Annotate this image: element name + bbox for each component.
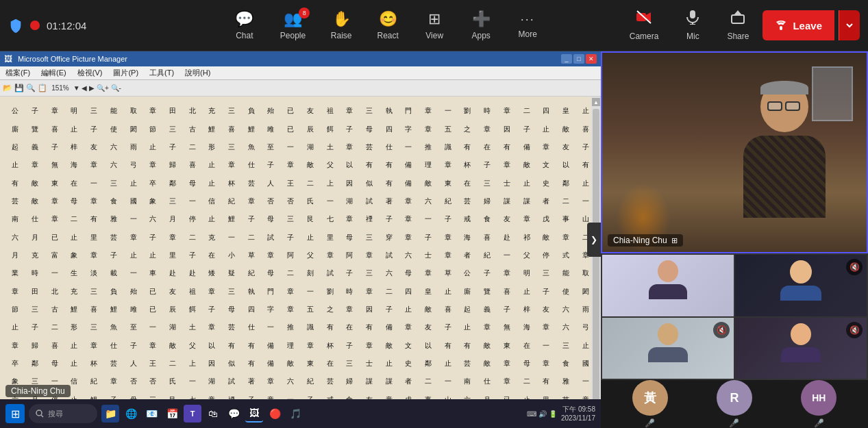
camera-button[interactable]: Camera xyxy=(620,5,669,45)
more-button[interactable]: ··· More xyxy=(507,8,548,43)
leave-button[interactable]: Leave xyxy=(762,10,834,40)
scroll-up[interactable]: ▲ xyxy=(592,98,600,106)
head-1 xyxy=(658,260,678,282)
avatar-circle-hh: HH xyxy=(801,380,836,416)
menu-tools[interactable]: 工具(T) xyxy=(147,68,177,78)
taskbar-app-explorer[interactable]: 📁 xyxy=(101,405,119,423)
thumbnail-grid: 🔇 🔇 xyxy=(601,253,868,380)
taskbar-app-media[interactable]: 🔴 xyxy=(266,405,284,423)
view-button[interactable]: ⊞ View xyxy=(414,6,455,45)
zoom-level: 151% xyxy=(51,84,69,92)
body-1 xyxy=(649,284,687,299)
menu-view[interactable]: 檢視(V) xyxy=(75,68,106,78)
person-4 xyxy=(781,323,821,362)
minimize-button[interactable]: _ xyxy=(561,54,572,64)
taskbar-app-store[interactable]: 🛍 xyxy=(204,405,222,423)
apps-label: Apps xyxy=(472,31,491,40)
window-title: Microsoft Office Picture Manager xyxy=(18,55,558,63)
topbar-right: Camera Mic Share xyxy=(613,5,860,45)
avatar-circle-huang: 黃 xyxy=(632,380,668,416)
leave-label: Leave xyxy=(793,20,822,32)
main-content: 🖼 Microsoft Office Picture Manager _ □ ✕… xyxy=(0,51,868,428)
svg-point-9 xyxy=(36,410,42,416)
search-icon xyxy=(36,410,44,418)
taskbar-app-teams[interactable]: T xyxy=(184,405,201,423)
video-thumb-3: 🔇 xyxy=(602,318,734,379)
taskbar-app-mail[interactable]: 📧 xyxy=(142,405,160,423)
svg-line-10 xyxy=(41,415,43,417)
svg-rect-8 xyxy=(780,26,782,30)
menu-picture[interactable]: 圖片(P) xyxy=(110,68,141,78)
hair xyxy=(760,81,808,95)
body-3 xyxy=(648,347,688,362)
mute-icon-3: 🔇 xyxy=(713,322,730,338)
apps-button[interactable]: ➕ Apps xyxy=(460,6,501,45)
pip-icon: ⊞ xyxy=(671,236,678,245)
chat-button[interactable]: 💬 Chat xyxy=(224,6,265,45)
mic-button[interactable]: Mic xyxy=(672,5,713,45)
screen-share-area: 🖼 Microsoft Office Picture Manager _ □ ✕… xyxy=(0,51,601,428)
chinese-text-grid: 公子章明三能取章田北充三負殆已友祖章三執門章一劉時章二四皇止廝覽喜止子使閎節三古… xyxy=(0,97,601,414)
phone-icon xyxy=(775,21,787,30)
taskbar-app-calendar[interactable]: 📅 xyxy=(163,405,181,423)
mute-icon-4: 🔇 xyxy=(846,322,863,338)
search-text: 搜尋 xyxy=(48,409,63,419)
share-label: Share xyxy=(727,32,749,41)
mic-icon xyxy=(685,10,700,29)
people-button-wrap: 👥 People 8 xyxy=(271,6,315,45)
main-video-name-bar: Chia-Ning Chu ⊞ xyxy=(608,234,683,247)
person-3 xyxy=(648,323,688,362)
taskbar-apps: 📁 🌐 📧 📅 T 🛍 💬 🖼 🔴 🎵 xyxy=(101,405,523,423)
window-controls: _ □ ✕ xyxy=(561,54,597,64)
avatar-circle-r: R xyxy=(717,380,752,416)
people-label: People xyxy=(280,31,306,40)
person-1 xyxy=(649,260,687,299)
menu-help[interactable]: 說明(H) xyxy=(182,68,213,78)
body-4 xyxy=(781,347,821,362)
chat-icon: 💬 xyxy=(235,10,253,28)
more-icon: ··· xyxy=(521,12,535,27)
document-content[interactable]: 公子章明三能取章田北充三負殆已友祖章三執門章一劉時章二四皇止廝覽喜止子使閎節三古… xyxy=(0,97,601,414)
ms-picture-manager-window: 🖼 Microsoft Office Picture Manager _ □ ✕… xyxy=(0,51,601,428)
menu-file[interactable]: 檔案(F) xyxy=(3,68,33,78)
start-button[interactable]: ⊞ xyxy=(5,404,25,423)
menu-edit[interactable]: 編輯(E) xyxy=(38,68,69,78)
presenter-name-label: Chia-Ning Chu xyxy=(5,385,71,397)
share-icon xyxy=(730,10,745,29)
leave-chevron-button[interactable] xyxy=(839,10,860,40)
avatar-r: R 🎤 xyxy=(717,380,752,428)
person-figure xyxy=(730,81,839,231)
main-video-background xyxy=(602,53,867,252)
tray-icons: ⌨ 🔊 🔋 xyxy=(527,410,557,418)
person-2 xyxy=(780,260,821,301)
chevron-down-icon xyxy=(846,22,853,29)
topbar-left: 01:12:04 xyxy=(8,18,159,33)
thumb-bg-1 xyxy=(602,255,734,316)
taskbar-app-chrome[interactable]: 🌐 xyxy=(122,405,140,423)
apps-icon: ➕ xyxy=(472,10,491,28)
avatar-initial-hh: HH xyxy=(812,392,826,403)
toolbar-controls: ▼ ◀ ▶ 🔍+ 🔍- xyxy=(73,84,121,92)
view-label: View xyxy=(425,31,443,40)
maximize-button[interactable]: □ xyxy=(573,54,584,64)
close-button[interactable]: ✕ xyxy=(586,54,597,64)
app-icon: 🖼 xyxy=(4,54,12,64)
view-icon: ⊞ xyxy=(428,10,441,28)
raise-button[interactable]: ✋ Raise xyxy=(321,6,362,45)
video-thumb-2: 🔇 xyxy=(735,255,867,316)
video-thumb-1 xyxy=(602,255,734,316)
react-button[interactable]: 😊 React xyxy=(367,6,408,45)
taskbar-search[interactable]: 搜尋 xyxy=(29,404,97,423)
expand-panel-button[interactable]: ❯ xyxy=(587,223,601,257)
main-video-tile: Chia-Ning Chu ⊞ xyxy=(601,51,868,253)
taskbar-app-skype[interactable]: 💬 xyxy=(225,405,243,423)
taskbar-app-pictures[interactable]: 🖼 xyxy=(245,405,263,423)
window-menubar: 檔案(F) 編輯(E) 檢視(V) 圖片(P) 工具(T) 說明(H) xyxy=(0,66,601,80)
share-button[interactable]: Share xyxy=(717,5,758,45)
avatar-hh: HH 🎤 xyxy=(801,380,836,428)
thumb-bg-4: 🔇 xyxy=(735,318,867,379)
avatar-initial-r: R xyxy=(730,391,739,405)
chat-label: Chat xyxy=(236,31,253,40)
taskbar-app-music[interactable]: 🎵 xyxy=(286,405,304,423)
taskbar-tray: ⌨ 🔊 🔋 下午 09:58 2023/11/17 xyxy=(527,405,595,423)
